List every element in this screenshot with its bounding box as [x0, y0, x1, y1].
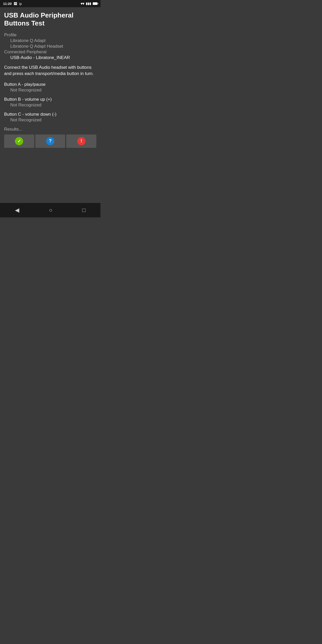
button-b-section: Button B - volume up (+) Not Recognized	[4, 97, 96, 108]
button-a-status: Not Recognized	[4, 88, 96, 93]
page-title: USB Audio Peripheral Buttons Test	[4, 11, 96, 27]
connected-section: Connected Peripheral USB-Audio - Librato…	[4, 49, 96, 60]
profile-item2: Libratone Q Adapt Headset	[4, 44, 96, 49]
fail-icon: !	[77, 137, 86, 145]
status-left: 11:20 🖼 ip	[3, 2, 22, 6]
battery-icon	[93, 2, 97, 5]
home-button[interactable]: ○	[49, 207, 52, 214]
button-c-status: Not Recognized	[4, 117, 96, 123]
status-right: ▾▾ ▮▮▮	[81, 2, 97, 6]
nav-bar: ◀ ○ □	[0, 203, 100, 217]
status-bar: 11:20 🖼 ip ▾▾ ▮▮▮	[0, 0, 100, 7]
profile-item1: Libratone Q Adapt	[4, 38, 96, 43]
wifi-icon: ▾▾	[81, 2, 84, 6]
back-button[interactable]: ◀	[15, 207, 19, 214]
connected-label: Connected Peripheral	[4, 49, 96, 55]
button-b-label: Button B - volume up (+)	[4, 97, 96, 102]
unknown-icon: ?	[46, 137, 54, 145]
button-a-label: Button A - play/pause	[4, 82, 96, 87]
recent-button[interactable]: □	[82, 207, 86, 214]
pass-button[interactable]: ✓	[4, 134, 34, 148]
button-c-section: Button C - volume down (-) Not Recognize…	[4, 112, 96, 123]
ip-label: ip	[19, 2, 22, 6]
pass-icon: ✓	[15, 137, 23, 145]
fail-button[interactable]: !	[66, 134, 96, 148]
results-label: Results...	[4, 127, 96, 132]
button-a-section: Button A - play/pause Not Recognized	[4, 82, 96, 93]
action-buttons-row: ✓ ? !	[4, 134, 96, 148]
button-c-label: Button C - volume down (-)	[4, 112, 96, 117]
connected-value: USB-Audio - Libratone_INEAR	[4, 55, 96, 60]
signal-icon: ▮▮▮	[86, 2, 91, 5]
main-content: USB Audio Peripheral Buttons Test Profil…	[0, 7, 100, 148]
button-b-status: Not Recognized	[4, 103, 96, 108]
profile-label: Profile	[4, 32, 96, 38]
instruction-text: Connect the USB Audio headset with butto…	[4, 64, 96, 77]
status-time: 11:20	[3, 2, 12, 6]
image-icon: 🖼	[14, 2, 17, 6]
profile-section: Profile Libratone Q Adapt Libratone Q Ad…	[4, 32, 96, 49]
unknown-button[interactable]: ?	[35, 134, 65, 148]
